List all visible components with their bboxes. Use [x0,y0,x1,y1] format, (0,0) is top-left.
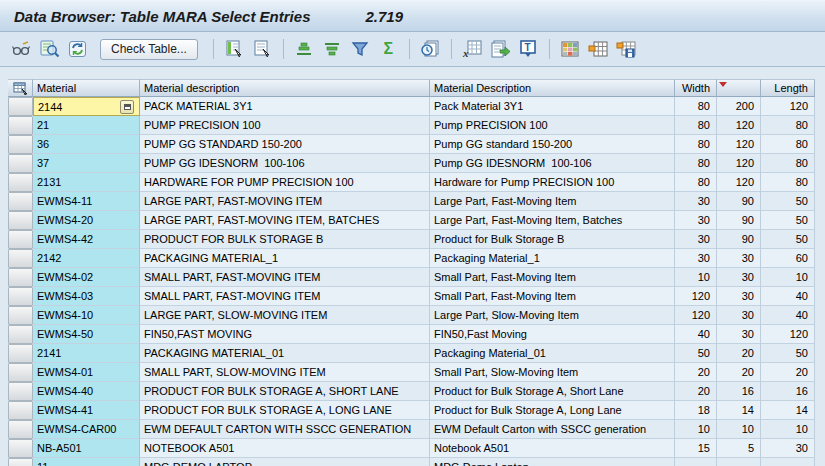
cell-height[interactable]: 30 [717,268,761,287]
cell-material[interactable]: 2131 [33,173,140,192]
cell-material-description-upper[interactable]: LARGE PART, SLOW-MOVING ITEM [140,306,430,325]
cell-material-description-upper[interactable]: FIN50,FAST MOVING [140,325,430,344]
cell-width[interactable]: 80 [675,116,717,135]
cell-height[interactable]: 5 [717,439,761,458]
cell-material[interactable]: 2141 [33,344,140,363]
cell-material-description-upper[interactable]: MDG DEMO LAPTOP [140,458,430,466]
cell-width[interactable]: 15 [675,439,717,458]
row-select-button[interactable] [8,173,33,192]
cell-width[interactable]: 30 [675,249,717,268]
row-select-button[interactable] [8,287,33,306]
cell-material-description-upper[interactable]: LARGE PART, FAST-MOVING ITEM [140,192,430,211]
cell-width[interactable]: 20 [675,382,717,401]
excel-export-icon[interactable]: x [461,38,484,61]
row-select-button[interactable] [8,401,33,420]
cell-material-description-upper[interactable]: PACKAGING MATERIAL_01 [140,344,430,363]
row-select-button[interactable] [8,306,33,325]
row-select-button[interactable] [8,230,33,249]
matchcode-button[interactable] [120,100,134,114]
cell-material-description[interactable]: Pump PRECISION 100 [430,116,675,135]
cell-material-description[interactable]: Notebook A501 [430,439,675,458]
cell-material-description[interactable]: Small Part, Fast-Moving Item [430,268,675,287]
display-record-icon[interactable] [251,38,274,61]
column-header-width[interactable]: Width [675,79,717,97]
sort-descending-icon[interactable] [321,38,344,61]
save-layout-icon[interactable] [615,38,638,61]
cell-material-description-upper[interactable]: EWM DEFAULT CARTON WITH SSCC GENERATION [140,420,430,439]
cell-material[interactable]: EWMS4-02 [33,268,140,287]
cell-material[interactable]: EWMS4-41 [33,401,140,420]
cell-width[interactable]: 10 [675,420,717,439]
cell-height[interactable]: 14 [717,401,761,420]
cell-material-description[interactable]: Large Part, Fast-Moving Item [430,192,675,211]
cell-material-description-upper[interactable]: PACKAGING MATERIAL_1 [140,249,430,268]
cell-material-description[interactable]: Pack Material 3Y1 [430,97,675,116]
check-table-button[interactable]: Check Table... [100,39,198,60]
row-select-button[interactable] [8,192,33,211]
row-select-button[interactable] [8,420,33,439]
cell-height[interactable]: 120 [717,154,761,173]
cell-length[interactable]: 120 [761,325,815,344]
cell-material-description-upper[interactable]: PUMP GG STANDARD 150-200 [140,135,430,154]
cell-width[interactable]: 80 [675,135,717,154]
cell-material-description-upper[interactable]: SMALL PART, FAST-MOVING ITEM [140,287,430,306]
cell-length[interactable]: 120 [761,97,815,116]
row-select-button[interactable] [8,382,33,401]
cell-material-description[interactable]: Packaging Material_1 [430,249,675,268]
sort-ascending-icon[interactable] [293,38,316,61]
cell-width[interactable]: 120 [675,306,717,325]
cell-material-description[interactable]: FIN50,Fast Moving [430,325,675,344]
cell-material[interactable]: EWMS4-11 [33,192,140,211]
cell-material-description-upper[interactable]: NOTEBOOK A501 [140,439,430,458]
cell-width[interactable]: 80 [675,173,717,192]
cell-material[interactable]: EWMS4-42 [33,230,140,249]
cell-height[interactable] [717,458,761,466]
cell-width[interactable]: 120 [675,287,717,306]
cell-height[interactable]: 20 [717,363,761,382]
cell-width[interactable]: 10 [675,268,717,287]
cell-length[interactable]: 10 [761,268,815,287]
cell-material-description-upper[interactable]: PRODUCT FOR BULK STORAGE A, SHORT LANE [140,382,430,401]
cell-length[interactable]: 14 [761,401,815,420]
row-select-button[interactable] [8,458,33,466]
cell-width[interactable]: 30 [675,211,717,230]
select-all-button[interactable] [8,79,33,97]
row-select-button[interactable] [8,344,33,363]
cell-material-description-upper[interactable]: PACK MATERIAL 3Y1 [140,97,430,116]
display-change-icon[interactable] [10,38,33,61]
cell-length[interactable]: 10 [761,420,815,439]
cell-height[interactable]: 90 [717,230,761,249]
cell-material-description-upper[interactable]: SMALL PART, FAST-MOVING ITEM [140,268,430,287]
choose-layout-icon[interactable] [559,38,582,61]
cell-material[interactable]: NB-A501 [33,439,140,458]
export-file-icon[interactable] [489,38,512,61]
cell-height[interactable]: 200 [717,97,761,116]
row-select-button[interactable] [8,211,33,230]
change-layout-icon[interactable] [587,38,610,61]
cell-width[interactable]: 30 [675,192,717,211]
cell-width[interactable]: 50 [675,344,717,363]
cell-material-description[interactable]: Pump GG IDESNORM 100-106 [430,154,675,173]
cell-width[interactable]: 18 [675,401,717,420]
cell-material[interactable]: 36 [33,135,140,154]
cell-height[interactable]: 30 [717,287,761,306]
row-select-button[interactable] [8,363,33,382]
cell-material-description[interactable]: Pump GG standard 150-200 [430,135,675,154]
cell-height[interactable]: 120 [717,116,761,135]
cell-material-description-upper[interactable]: PRODUCT FOR BULK STORAGE A, LONG LANE [140,401,430,420]
cell-material-description[interactable]: Hardware for Pump PRECISION 100 [430,173,675,192]
cell-height[interactable]: 30 [717,249,761,268]
cell-length[interactable]: 80 [761,173,815,192]
row-select-button[interactable] [8,325,33,344]
column-header-material-description-upper[interactable]: Material description [140,79,430,97]
cell-length[interactable]: 50 [761,192,815,211]
cell-width[interactable]: 80 [675,154,717,173]
cell-material-description-upper[interactable]: PUMP PRECISION 100 [140,116,430,135]
cell-length[interactable]: 50 [761,344,815,363]
cell-material-description[interactable]: Large Part, Fast-Moving Item, Batches [430,211,675,230]
cell-material-description-upper[interactable]: LARGE PART, FAST-MOVING ITEM, BATCHES [140,211,430,230]
row-select-button[interactable] [8,439,33,458]
cell-material-description-upper[interactable]: SMALL PART, SLOW-MOVING ITEM [140,363,430,382]
refresh-icon[interactable] [66,38,89,61]
cell-width[interactable] [675,458,717,466]
